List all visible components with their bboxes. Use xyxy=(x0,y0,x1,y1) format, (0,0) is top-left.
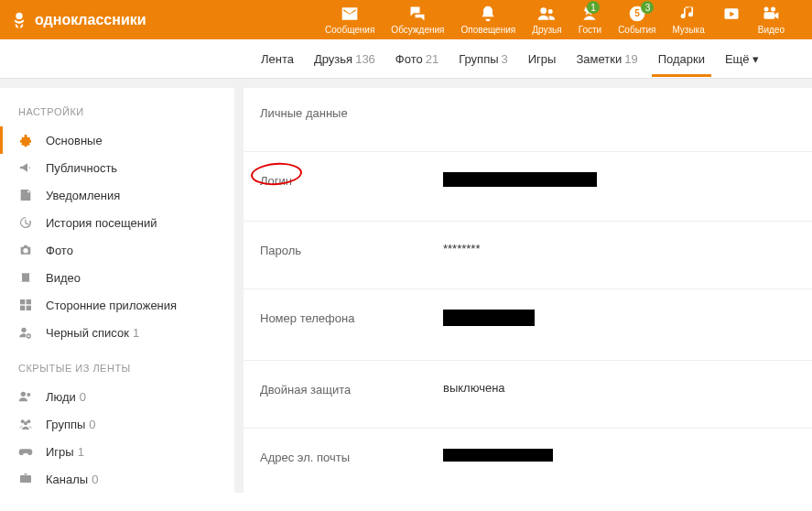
svg-point-18 xyxy=(27,393,30,397)
nav-events[interactable]: 5 3 События xyxy=(618,5,655,35)
row-phone[interactable]: Номер телефона xyxy=(244,289,812,361)
main-area: НАСТРОЙКИ Основные Публичность Уведомлен… xyxy=(0,88,812,493)
megaphone-icon xyxy=(18,160,33,175)
password-value: ******** xyxy=(443,242,480,256)
camera-icon xyxy=(761,5,781,23)
nav-guests[interactable]: 1 Гости xyxy=(579,5,601,35)
friends-icon xyxy=(536,5,557,23)
nav-messages[interactable]: Сообщения xyxy=(325,5,374,35)
tab-games[interactable]: Игры xyxy=(522,41,563,77)
film-icon xyxy=(18,270,33,285)
tab-feed[interactable]: Лента xyxy=(254,41,300,77)
music-icon xyxy=(678,5,698,23)
sidebar-item-groups[interactable]: Группы0 xyxy=(0,410,234,438)
svg-point-17 xyxy=(21,392,26,397)
camera2-icon xyxy=(18,243,33,257)
logo[interactable]: одноклассники xyxy=(9,10,146,30)
chat-icon xyxy=(407,5,428,23)
row-password[interactable]: Пароль ******** xyxy=(244,222,812,289)
play-icon xyxy=(721,5,742,23)
brand-name: одноклассники xyxy=(35,12,146,28)
svg-rect-22 xyxy=(20,475,31,483)
row-email[interactable]: Адрес эл. почты xyxy=(244,429,812,487)
redacted-login xyxy=(443,172,597,187)
tab-gifts[interactable]: Подарки xyxy=(652,41,711,77)
svg-point-6 xyxy=(764,7,769,12)
redacted-email xyxy=(443,449,553,462)
twofa-value: выключена xyxy=(443,381,505,395)
nav-friends[interactable]: Друзья xyxy=(532,5,561,35)
personal-data-value xyxy=(443,104,447,118)
profile-tabs: Лента Друзья136 Фото21 Группы3 Игры Заме… xyxy=(0,39,812,79)
sidebar-item-photo[interactable]: Фото xyxy=(0,236,234,264)
sidebar-item-people[interactable]: Люди0 xyxy=(0,383,234,410)
sidebar-item-channels[interactable]: Каналы0 xyxy=(0,465,234,493)
topbar: одноклассники Сообщения Обсуждения Опове… xyxy=(0,0,812,39)
tab-more[interactable]: Ещё ▾ xyxy=(719,41,765,77)
events-badge: 3 xyxy=(641,1,654,14)
sidebar-item-history[interactable]: История посещений xyxy=(0,209,234,236)
sidebar-item-notifications[interactable]: Уведомления xyxy=(0,181,234,209)
gamepad-icon xyxy=(18,444,33,459)
login-value xyxy=(443,172,597,190)
nav-video[interactable]: Видео xyxy=(758,5,785,35)
sidebar-title-hidden: СКРЫТЫЕ ИЗ ЛЕНТЫ xyxy=(0,357,234,383)
groups-icon xyxy=(18,417,33,431)
tab-friends[interactable]: Друзья136 xyxy=(308,41,382,77)
svg-point-7 xyxy=(771,7,775,12)
history-icon xyxy=(18,215,33,230)
apps-icon xyxy=(18,298,33,312)
ok-logo-icon xyxy=(9,10,29,30)
tab-groups[interactable]: Группы3 xyxy=(452,41,514,77)
svg-point-2 xyxy=(548,9,553,14)
sidebar-item-video[interactable]: Видео xyxy=(0,264,234,291)
nav-video-play[interactable] xyxy=(721,5,742,35)
svg-rect-13 xyxy=(27,299,31,304)
row-login[interactable]: Логин xyxy=(244,152,812,222)
redacted-phone xyxy=(443,310,535,326)
email-value xyxy=(443,449,553,464)
svg-text:5: 5 xyxy=(634,8,640,18)
svg-rect-15 xyxy=(27,306,31,310)
tv-icon xyxy=(18,472,33,486)
sidebar-item-blacklist[interactable]: Черный список1 xyxy=(0,319,234,346)
phone-value xyxy=(443,310,535,329)
nav-notifications[interactable]: Оповещения xyxy=(460,5,515,35)
row-personal-data[interactable]: Личные данные xyxy=(244,88,812,152)
gear-icon xyxy=(18,133,33,147)
svg-point-16 xyxy=(21,328,26,332)
svg-rect-10 xyxy=(20,273,22,281)
svg-rect-8 xyxy=(764,12,775,18)
sidebar-item-general[interactable]: Основные xyxy=(0,126,234,154)
sidebar-item-publicity[interactable]: Публичность xyxy=(0,154,234,181)
nav-music[interactable]: Музыка xyxy=(672,5,704,35)
svg-point-20 xyxy=(27,419,30,423)
row-twofa[interactable]: Двойная защита выключена xyxy=(244,361,812,429)
people-icon xyxy=(18,389,33,404)
settings-content: Личные данные Логин Пароль ******** Номе… xyxy=(244,88,812,493)
tab-notes[interactable]: Заметки19 xyxy=(569,41,644,77)
svg-point-19 xyxy=(21,419,25,423)
sidebar-title-settings: НАСТРОЙКИ xyxy=(0,101,234,126)
blacklist-icon xyxy=(18,325,33,340)
note-icon xyxy=(18,188,33,202)
svg-rect-11 xyxy=(29,273,31,281)
sidebar-item-games[interactable]: Игры1 xyxy=(0,438,234,465)
svg-rect-14 xyxy=(20,306,25,310)
svg-point-21 xyxy=(24,421,27,425)
top-nav-icons: Сообщения Обсуждения Оповещения Друзья 1… xyxy=(325,5,785,35)
envelope-icon xyxy=(340,5,360,23)
settings-sidebar: НАСТРОЙКИ Основные Публичность Уведомлен… xyxy=(0,88,234,493)
svg-rect-12 xyxy=(20,299,25,304)
tab-photo[interactable]: Фото21 xyxy=(389,41,445,77)
nav-discussions[interactable]: Обсуждения xyxy=(391,5,444,35)
svg-point-0 xyxy=(16,12,22,18)
bell-icon xyxy=(478,5,498,23)
svg-point-1 xyxy=(541,7,547,14)
sidebar-item-apps[interactable]: Сторонние приложения xyxy=(0,291,234,319)
